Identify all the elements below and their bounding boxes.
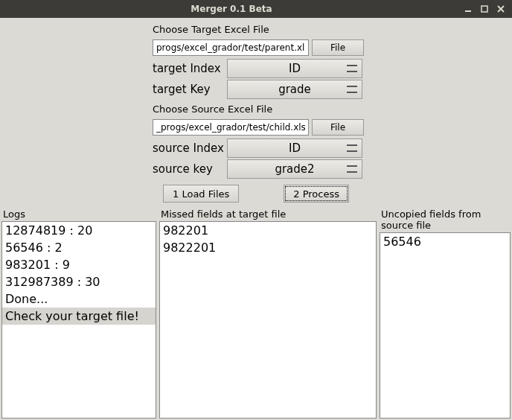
source-path-input[interactable] (153, 119, 309, 136)
svg-rect-1 (481, 6, 487, 12)
logs-panel: Logs 12874819 : 20 56546 : 2 983201 : 9 … (0, 207, 158, 420)
target-index-label: target Index (153, 62, 227, 75)
uncopied-header: Uncopied fields from source file (378, 207, 512, 232)
list-item: Check your target file! (2, 308, 156, 325)
list-item: 56546 : 2 (2, 239, 156, 256)
target-file-button[interactable]: File (312, 39, 364, 56)
list-item: 983201 : 9 (2, 256, 156, 273)
target-key-label: target Key (153, 83, 227, 96)
maximize-icon[interactable] (479, 4, 490, 14)
source-key-row: source key grade2 (0, 159, 512, 179)
target-section-label: Choose Target Excel File (0, 21, 512, 36)
list-item: Done... (2, 290, 156, 308)
target-key-dropdown[interactable]: grade (227, 80, 362, 99)
missed-body[interactable]: 982201 9822201 (159, 221, 377, 419)
missed-panel: Missed fields at target file 982201 9822… (158, 207, 378, 420)
uncopied-panel: Uncopied fields from source file 56546 (378, 207, 512, 420)
list-item: 312987389 : 30 (2, 273, 156, 290)
source-key-value: grade2 (275, 162, 314, 176)
target-index-value: ID (289, 62, 301, 75)
source-index-dropdown[interactable]: ID (227, 139, 362, 158)
source-key-dropdown[interactable]: grade2 (227, 159, 362, 179)
dropdown-handle-icon (347, 86, 357, 93)
form-area: Choose Target Excel File File target Ind… (0, 18, 512, 207)
list-item: 12874819 : 20 (2, 222, 156, 239)
list-item: 56546 (380, 233, 510, 250)
logs-body[interactable]: 12874819 : 20 56546 : 2 983201 : 9 31298… (1, 221, 156, 419)
logs-header: Logs (0, 207, 158, 221)
missed-header: Missed fields at target file (158, 207, 378, 221)
close-icon[interactable] (496, 4, 506, 14)
content: Choose Target Excel File File target Ind… (0, 18, 512, 420)
process-button[interactable]: 2 Process (284, 185, 349, 203)
source-file-button[interactable]: File (312, 119, 364, 136)
dropdown-handle-icon (347, 144, 357, 152)
uncopied-body[interactable]: 56546 (380, 232, 511, 419)
dropdown-handle-icon (347, 165, 357, 173)
source-section-label: Choose Source Excel File (0, 101, 512, 116)
window-controls (463, 4, 512, 14)
window-title: Merger 0.1 Beta (0, 4, 463, 14)
load-files-button[interactable]: 1 Load Files (163, 185, 239, 203)
dropdown-handle-icon (347, 65, 357, 72)
panels: Logs 12874819 : 20 56546 : 2 983201 : 9 … (0, 207, 512, 420)
list-item: 982201 (160, 222, 376, 239)
source-index-row: source Index ID (0, 139, 512, 158)
titlebar: Merger 0.1 Beta (0, 0, 512, 18)
svg-rect-0 (465, 10, 471, 12)
target-key-value: grade (278, 83, 311, 96)
source-key-label: source key (153, 162, 227, 176)
app-window: Merger 0.1 Beta Choose Target Excel File… (0, 0, 512, 420)
target-index-dropdown[interactable]: ID (227, 59, 362, 78)
source-index-label: source Index (153, 141, 227, 155)
target-path-row: File (0, 38, 512, 57)
action-buttons: 1 Load Files 2 Process (0, 180, 512, 206)
source-path-row: File (0, 118, 512, 137)
target-index-row: target Index ID (0, 59, 512, 78)
source-index-value: ID (289, 141, 301, 155)
minimize-icon[interactable] (463, 4, 473, 14)
target-key-row: target Key grade (0, 80, 512, 99)
list-item: 9822201 (160, 239, 376, 256)
target-path-input[interactable] (153, 39, 309, 56)
